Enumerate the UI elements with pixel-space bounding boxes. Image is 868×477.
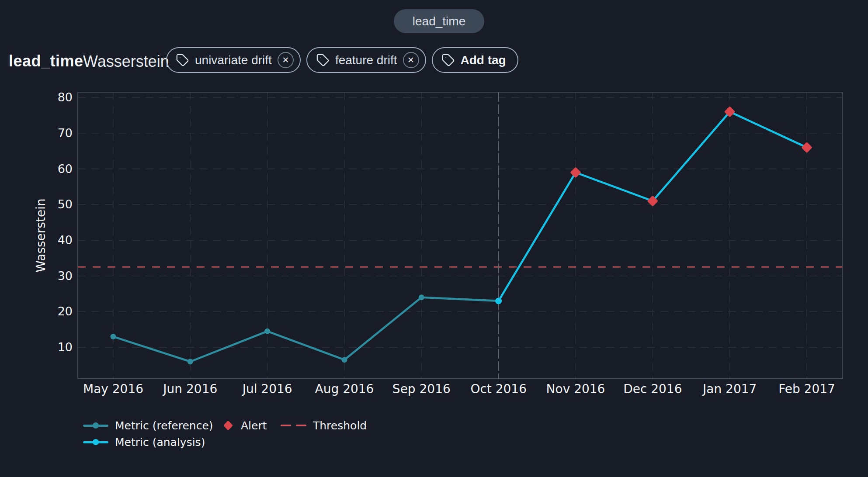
legend-item-metric-analysis[interactable]: Metric (analysis) <box>83 435 205 449</box>
page-background: lead_time lead_time Wasserstein univaria… <box>0 0 868 477</box>
svg-text:30: 30 <box>58 269 73 283</box>
y-axis-title: Wasserstein <box>34 198 48 272</box>
x-tick-labels: May 2016Jun 2016Jul 2016Aug 2016Sep 2016… <box>83 382 835 396</box>
svg-text:Nov 2016: Nov 2016 <box>546 382 605 396</box>
analysis-marker-swatch <box>93 439 99 445</box>
svg-text:May 2016: May 2016 <box>83 382 143 396</box>
reference-line-swatch <box>83 425 108 427</box>
legend-item-alert[interactable]: Alert <box>222 418 267 432</box>
reference-marker-swatch <box>93 422 99 429</box>
x-gridlines <box>113 92 807 379</box>
alert-diamond-swatch <box>223 421 233 431</box>
svg-text:Jul 2016: Jul 2016 <box>242 382 292 396</box>
analysis-line-swatch <box>83 441 108 443</box>
legend-label-alert: Alert <box>241 419 267 432</box>
legend-label-threshold: Threshold <box>313 419 367 432</box>
svg-text:Sep 2016: Sep 2016 <box>392 382 451 396</box>
y-tick-labels: 1020304050607080 <box>58 90 73 354</box>
legend-label-reference: Metric (reference) <box>115 419 213 432</box>
svg-text:Dec 2016: Dec 2016 <box>623 382 682 396</box>
svg-text:40: 40 <box>58 233 73 247</box>
svg-text:Jan 2017: Jan 2017 <box>702 382 757 396</box>
svg-text:Jun 2016: Jun 2016 <box>162 382 217 396</box>
svg-text:50: 50 <box>58 197 73 211</box>
drift-chart[interactable]: 1020304050607080May 2016Jun 2016Jul 2016… <box>0 0 868 477</box>
svg-text:60: 60 <box>58 162 73 176</box>
svg-text:20: 20 <box>58 304 73 318</box>
svg-text:Aug 2016: Aug 2016 <box>315 382 374 396</box>
svg-text:10: 10 <box>58 340 73 354</box>
legend-label-analysis: Metric (analysis) <box>115 436 205 449</box>
legend-item-threshold[interactable]: Threshold <box>281 418 367 432</box>
plot-border <box>78 92 842 379</box>
svg-text:Feb 2017: Feb 2017 <box>778 382 835 396</box>
threshold-dash-swatch <box>281 425 306 426</box>
svg-text:Oct 2016: Oct 2016 <box>470 382 527 396</box>
y-gridlines <box>78 97 842 347</box>
svg-text:80: 80 <box>58 90 73 104</box>
series-reference-line <box>111 294 502 364</box>
svg-text:70: 70 <box>58 126 73 140</box>
legend-item-metric-reference[interactable]: Metric (reference) <box>83 418 213 432</box>
